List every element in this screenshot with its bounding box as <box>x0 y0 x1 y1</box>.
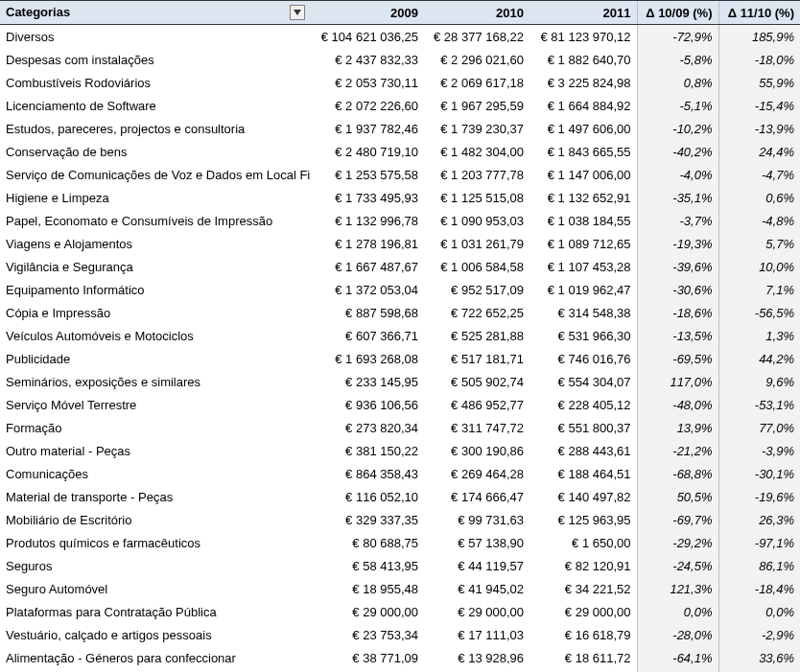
cell-category: Serviço de Comunicações de Voz e Dados e… <box>0 163 311 186</box>
cell-2011: € 551 800,37 <box>529 416 637 439</box>
cell-2010: € 1 125 515,08 <box>424 186 529 209</box>
cell-2009: € 2 480 719,10 <box>311 140 424 163</box>
cell-delta-10-09: -24,5% <box>637 554 718 577</box>
cell-delta-10-09: -39,6% <box>637 255 718 278</box>
cell-2010: € 2 069 617,18 <box>424 71 529 94</box>
cell-delta-10-09: 0,8% <box>637 71 718 94</box>
cell-2010: € 722 652,25 <box>424 301 529 324</box>
cell-2009: € 607 366,71 <box>311 324 424 347</box>
table-row: Produtos químicos e farmacêuticos€ 80 68… <box>0 531 800 554</box>
cell-delta-10-09: -48,0% <box>637 393 718 416</box>
cell-2010: € 1 739 230,37 <box>424 117 529 140</box>
cell-delta-10-09: 121,3% <box>637 577 718 600</box>
cell-2009: € 58 413,95 <box>311 554 424 577</box>
cell-2009: € 273 820,34 <box>311 416 424 439</box>
cell-category: Comunicações <box>0 462 311 485</box>
cell-category: Diversos <box>0 25 311 49</box>
cell-2010: € 41 945,02 <box>424 577 529 600</box>
cell-2011: € 1 147 006,00 <box>529 163 637 186</box>
cell-2010: € 1 967 295,59 <box>424 94 529 117</box>
cell-delta-11-10: 77,0% <box>718 416 800 439</box>
cell-delta-11-10: -2,9% <box>718 623 800 646</box>
cell-delta-11-10: -30,1% <box>718 462 800 485</box>
table-row: Serviço Móvel Terrestre€ 936 106,56€ 486… <box>0 393 800 416</box>
cell-2010: € 952 517,09 <box>424 278 529 301</box>
cell-category: Serviço Móvel Terrestre <box>0 393 311 416</box>
cell-category: Alimentação - Géneros para confeccionar <box>0 646 311 669</box>
cell-category: Estudos, pareceres, projectos e consulto… <box>0 117 311 140</box>
cell-2011: € 18 611,72 <box>529 646 637 669</box>
table-row: Papel, Economato e Consumíveis de Impres… <box>0 209 800 232</box>
filter-dropdown-button[interactable] <box>290 5 305 20</box>
cell-2011: € 81 123 970,12 <box>529 25 637 49</box>
table-row: Equipamento Informático€ 1 372 053,04€ 9… <box>0 278 800 301</box>
table-row: Veículos Automóveis e Motociclos€ 607 36… <box>0 324 800 347</box>
cell-delta-11-10: 1,3% <box>718 324 800 347</box>
table-row: Diversos€ 104 621 036,25€ 28 377 168,22€… <box>0 25 800 49</box>
cell-category: Outro material - Peças <box>0 439 311 462</box>
cell-delta-10-09: -19,3% <box>637 232 718 255</box>
cell-2011: € 228 405,12 <box>529 393 637 416</box>
cell-delta-11-10: 9,6% <box>718 370 800 393</box>
cell-2011: € 1 497 606,00 <box>529 117 637 140</box>
table-row: Vestuário, calçado e artigos pessoais€ 2… <box>0 623 800 646</box>
cell-delta-11-10: -4,8% <box>718 209 800 232</box>
cell-delta-10-09: -10,2% <box>637 117 718 140</box>
cell-delta-11-10: -13,9% <box>718 117 800 140</box>
cell-2009: € 1 132 996,78 <box>311 209 424 232</box>
header-delta-11-10: Δ 11/10 (%) <box>718 1 800 25</box>
cell-2010: € 486 952,77 <box>424 393 529 416</box>
cell-2010: € 1 090 953,03 <box>424 209 529 232</box>
cell-delta-11-10: 86,1% <box>718 554 800 577</box>
cell-2009: € 18 955,48 <box>311 577 424 600</box>
cell-delta-11-10: 44,2% <box>718 347 800 370</box>
cell-category: Viagens e Alojamentos <box>0 232 311 255</box>
table-row: Licenciamento de Software€ 2 072 226,60€… <box>0 94 800 117</box>
cell-2011: € 1 664 884,92 <box>529 94 637 117</box>
cell-category: Veículos Automóveis e Motociclos <box>0 324 311 347</box>
cell-2009: € 104 621 036,25 <box>311 25 424 49</box>
table-row: Seguros€ 58 413,95€ 44 119,57€ 82 120,91… <box>0 554 800 577</box>
cell-category: Produtos químicos e farmacêuticos <box>0 531 311 554</box>
cell-2009: € 116 052,10 <box>311 485 424 508</box>
cell-2009: € 1 937 782,46 <box>311 117 424 140</box>
cell-2009: € 1 667 487,67 <box>311 255 424 278</box>
table-row: Seguro Automóvel€ 18 955,48€ 41 945,02€ … <box>0 577 800 600</box>
header-2010: 2010 <box>424 1 529 25</box>
table-row: Publicidade€ 1 693 268,08€ 517 181,71€ 7… <box>0 347 800 370</box>
cell-2010: € 505 902,74 <box>424 370 529 393</box>
cell-category: Publicidade <box>0 347 311 370</box>
cell-delta-11-10: 26,3% <box>718 508 800 531</box>
cell-2011: € 314 548,38 <box>529 301 637 324</box>
cell-delta-11-10: -53,1% <box>718 393 800 416</box>
table-row: Outro material - Peças€ 381 150,22€ 300 … <box>0 439 800 462</box>
cell-2010: € 269 464,28 <box>424 462 529 485</box>
cell-delta-10-09: -64,1% <box>637 646 718 669</box>
cell-delta-11-10: -97,1% <box>718 531 800 554</box>
cell-2010: € 57 138,90 <box>424 531 529 554</box>
cell-delta-11-10: 55,9% <box>718 71 800 94</box>
cell-category: Combustíveis Rodoviários <box>0 71 311 94</box>
cell-2009: € 381 150,22 <box>311 439 424 462</box>
cell-2011: € 1 089 712,65 <box>529 232 637 255</box>
svg-marker-0 <box>294 10 301 15</box>
cell-2011: € 1 107 453,28 <box>529 255 637 278</box>
table-row: Conservação de bens€ 2 480 719,10€ 1 482… <box>0 140 800 163</box>
cell-2010: € 44 119,57 <box>424 554 529 577</box>
cell-2009: € 23 753,34 <box>311 623 424 646</box>
cell-delta-10-09: -28,0% <box>637 623 718 646</box>
cell-2011: € 82 120,91 <box>529 554 637 577</box>
cell-2011: € 188 464,51 <box>529 462 637 485</box>
cell-2011: € 1 038 184,55 <box>529 209 637 232</box>
cell-2011: € 1 843 665,55 <box>529 140 637 163</box>
cell-2009: € 2 053 730,11 <box>311 71 424 94</box>
cell-2009: € 80 688,75 <box>311 531 424 554</box>
cell-category: Higiene e Limpeza <box>0 186 311 209</box>
cell-2011: € 140 497,82 <box>529 485 637 508</box>
cell-2011: € 1 132 652,91 <box>529 186 637 209</box>
table-row: Estudos, pareceres, projectos e consulto… <box>0 117 800 140</box>
cell-2010: € 17 111,03 <box>424 623 529 646</box>
data-table: Categorias 2009 2010 2011 Δ 10/09 (%) Δ … <box>0 0 800 672</box>
cell-2010: € 29 000,00 <box>424 600 529 623</box>
cell-delta-11-10: 5,7% <box>718 232 800 255</box>
